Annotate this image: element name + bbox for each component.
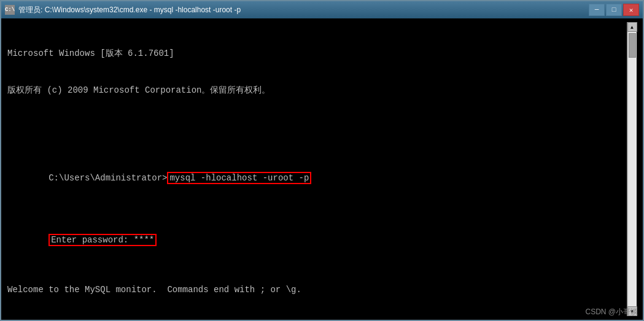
title-bar-left: C:\ 管理员: C:\Windows\system32\cmd.exe - m… [5,5,241,15]
mysql-command: mysql -hlocalhost -uroot -p [167,172,311,184]
minimize-button[interactable]: ─ [589,4,605,16]
window: C:\ 管理员: C:\Windows\system32\cmd.exe - m… [0,0,644,321]
line-2: 版权所有 (c) 2009 Microsoft Corporation。保留所有… [7,84,627,96]
cmd-icon: C:\ [5,5,15,15]
prompt-prefix: C:\Users\Administrator> [48,173,167,183]
watermark: CSDN @小哥谈 [585,307,638,317]
scrollbar-thumb[interactable] [629,33,636,58]
title-bar: C:\ 管理员: C:\Windows\system32\cmd.exe - m… [1,1,643,18]
close-button[interactable]: ✕ [623,4,639,16]
terminal-content: Microsoft Windows [版本 6.1.7601] 版权所有 (c)… [7,22,627,316]
line-3 [7,122,627,134]
scrollbar[interactable]: ▲ ▼ [627,22,637,316]
line-1: Microsoft Windows [版本 6.1.7601] [7,47,627,60]
line-5: Enter password: **** [7,222,627,259]
line-6: Welcome to the MySQL monitor. Commands e… [7,284,627,296]
title-bar-buttons: ─ □ ✕ [589,4,639,16]
scrollbar-up-arrow[interactable]: ▲ [627,22,637,32]
title-text: 管理员: C:\Windows\system32\cmd.exe - mysql… [18,5,241,15]
enter-password-label: Enter password: **** [48,234,157,246]
terminal-body: Microsoft Windows [版本 6.1.7601] 版权所有 (c)… [1,18,643,320]
line-4: C:\Users\Administrator>mysql -hlocalhost… [7,159,627,196]
maximize-button[interactable]: □ [606,4,622,16]
scrollbar-track[interactable] [628,32,637,306]
